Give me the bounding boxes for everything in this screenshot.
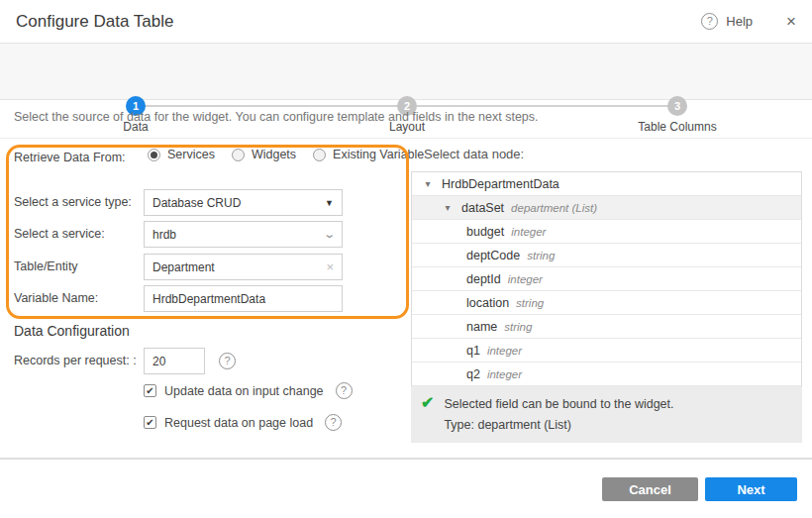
request-data-checkbox[interactable]: ✔ [144, 416, 156, 429]
close-icon[interactable]: × [786, 13, 796, 30]
expander-icon[interactable]: ▾ [442, 202, 454, 213]
binding-message-line2: Type: department (List) [444, 415, 673, 436]
instruction-text: Select the source of data for the widget… [14, 110, 539, 124]
tree-row-root[interactable]: ▾ HrdbDepartmentData [412, 172, 801, 196]
select-data-node-heading: Select data node: [424, 147, 524, 161]
chevron-down-icon[interactable]: ⌄ [323, 228, 336, 241]
tree-row-label: q1 [466, 344, 480, 358]
expander-icon[interactable]: ▾ [422, 178, 434, 189]
tree-row-budget[interactable]: budget integer [412, 220, 801, 244]
tree-row-type: department (List) [511, 202, 597, 214]
binding-message-line1: Selected field can be bound to the widge… [444, 394, 673, 415]
dialog-title: Configure Data Table [16, 12, 173, 32]
tree-row-label: q2 [466, 367, 480, 381]
data-node-tree: ▾ HrdbDepartmentData ▾ dataSet departmen… [411, 171, 802, 386]
tree-row-label: HrdbDepartmentData [442, 177, 559, 191]
tree-row-label: budget [466, 225, 504, 239]
records-per-request-label: Records per request: : [14, 354, 137, 367]
table-entity-input[interactable] [152, 260, 326, 274]
tree-row-location[interactable]: location string [412, 291, 801, 315]
tree-row-type: string [504, 321, 532, 333]
cancel-button[interactable]: Cancel [602, 477, 698, 501]
help-icon[interactable]: ? [701, 13, 718, 30]
clear-field-icon[interactable]: × [326, 259, 334, 274]
data-configuration-heading: Data Configuration [14, 323, 130, 339]
step-3-circle[interactable]: 3 [667, 96, 687, 116]
footer-divider [0, 458, 812, 460]
radio-existing-variable[interactable]: Existing Variable [313, 148, 424, 161]
table-entity-field[interactable]: × [144, 254, 343, 280]
service-select[interactable]: hrdb ⌄ [144, 221, 343, 248]
radio-widgets-label: Widgets [252, 148, 296, 161]
tree-row-label: location [466, 296, 509, 310]
service-type-select[interactable]: Database CRUD ▼ [144, 189, 343, 216]
table-entity-label: Table/Entity [14, 259, 78, 273]
tree-row-type: integer [508, 273, 543, 285]
service-label: Select a service: [14, 227, 105, 241]
tree-row-deptid[interactable]: deptId integer [412, 267, 801, 291]
update-data-checkbox[interactable]: ✔ [144, 384, 156, 397]
dialog-header: Configure Data Table ? Help × [0, 0, 812, 44]
request-data-help-icon[interactable]: ? [325, 414, 342, 431]
binding-status-message: ✔ Selected field can be bound to the wid… [411, 386, 802, 443]
section-divider [0, 138, 812, 139]
tree-row-dataset[interactable]: ▾ dataSet department (List) [412, 196, 801, 220]
request-data-checkbox-row[interactable]: ✔ Request data on page load ? [144, 414, 342, 431]
records-per-request-input[interactable] [152, 355, 196, 368]
retrieve-data-from-radio-group: Services Widgets Existing Variable [148, 148, 424, 161]
records-per-request-field[interactable] [144, 348, 205, 374]
radio-services-icon[interactable] [148, 149, 160, 161]
tree-row-type: integer [487, 368, 522, 380]
update-data-checkbox-label: Update data on input change [164, 384, 324, 398]
variable-name-input[interactable] [152, 292, 334, 306]
tree-row-q1[interactable]: q1 integer [412, 339, 801, 363]
tree-row-type: string [516, 297, 544, 309]
tree-row-label: dataSet [461, 201, 504, 215]
radio-services[interactable]: Services [148, 148, 215, 161]
next-button[interactable]: Next [705, 477, 797, 501]
update-data-help-icon[interactable]: ? [336, 382, 353, 399]
tree-row-deptcode[interactable]: deptCode string [412, 244, 801, 267]
tree-row-type: string [527, 250, 555, 261]
variable-name-label: Variable Name: [14, 291, 98, 305]
tree-row-label: deptId [466, 272, 501, 286]
wizard-stepper: 1 Data 2 Layout 3 Table Columns [0, 44, 812, 100]
radio-widgets-icon[interactable] [232, 149, 245, 161]
service-type-label: Select a service type: [14, 195, 132, 209]
tree-row-type: integer [487, 345, 522, 357]
step-3-label[interactable]: Table Columns [638, 120, 716, 134]
dropdown-caret-icon[interactable]: ▼ [325, 198, 334, 208]
tree-row-name[interactable]: name string [412, 315, 801, 339]
configure-data-table-dialog: Configure Data Table ? Help × 1 Data 2 L… [0, 0, 812, 518]
tree-row-label: deptCode [466, 249, 520, 262]
service-value: hrdb [152, 228, 176, 242]
tree-row-q2[interactable]: q2 integer [412, 363, 801, 386]
radio-services-label: Services [167, 148, 215, 161]
service-type-value: Database CRUD [152, 196, 241, 210]
retrieve-data-from-label: Retrieve Data From: [14, 151, 126, 164]
records-help-icon[interactable]: ? [219, 353, 236, 369]
radio-existing-variable-label: Existing Variable [333, 148, 424, 161]
request-data-checkbox-label: Request data on page load [164, 416, 313, 430]
radio-widgets[interactable]: Widgets [232, 148, 296, 161]
success-check-icon: ✔ [421, 394, 434, 436]
update-data-checkbox-row[interactable]: ✔ Update data on input change ? [144, 382, 353, 399]
tree-row-type: integer [511, 226, 546, 238]
radio-existing-variable-icon[interactable] [313, 149, 326, 161]
tree-row-label: name [466, 320, 497, 334]
variable-name-field[interactable] [144, 285, 343, 312]
help-link[interactable]: Help [726, 14, 753, 29]
